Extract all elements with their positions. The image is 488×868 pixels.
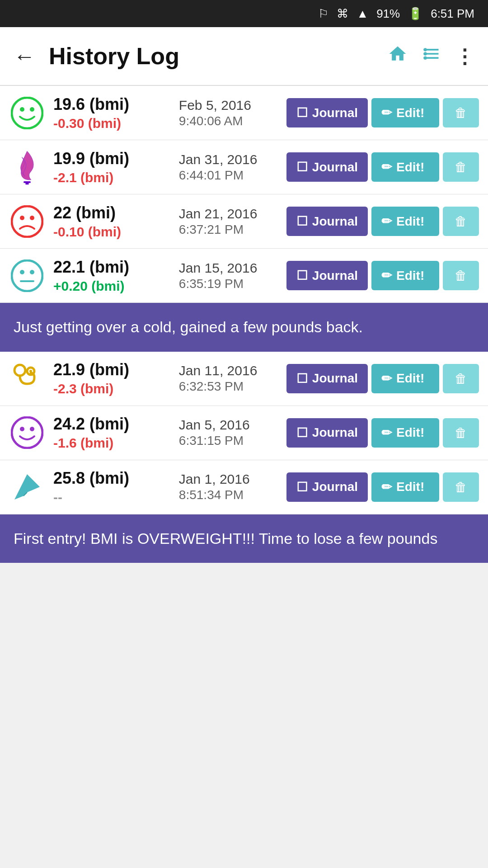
svg-point-2 bbox=[424, 57, 427, 60]
bmi-change: -2.3 (bmi) bbox=[53, 381, 171, 396]
page-title: History Log bbox=[49, 42, 374, 70]
entry-actions: ☐ Journal ✏ Edit! 🗑 bbox=[286, 152, 479, 182]
entry-icon-smiley-green bbox=[9, 95, 45, 131]
entry-data: 22.1 (bmi) +0.20 (bmi) bbox=[53, 258, 171, 294]
entry-actions: ☐ Journal ✏ Edit! 🗑 bbox=[286, 472, 479, 502]
entry-data: 25.8 (bmi) -- bbox=[53, 469, 171, 505]
delete-button[interactable]: 🗑 bbox=[443, 364, 479, 393]
edit-icon: ✏ bbox=[381, 160, 392, 175]
list-icon[interactable] bbox=[421, 44, 441, 68]
entry-date: Jan 5, 2016 bbox=[179, 417, 250, 433]
table-row: 22 (bmi) -0.10 (bmi) Jan 21, 2016 6:37:2… bbox=[0, 194, 488, 249]
edit-button[interactable]: ✏ Edit! bbox=[371, 418, 439, 448]
entry-data: 24.2 (bmi) -1.6 (bmi) bbox=[53, 415, 171, 451]
status-bar: ⚐ ⌘ ▲ 91% 🔋 6:51 PM bbox=[0, 0, 488, 27]
bmi-value: 25.8 (bmi) bbox=[53, 469, 171, 488]
bmi-change: -1.6 (bmi) bbox=[53, 435, 171, 451]
home-icon[interactable] bbox=[388, 44, 408, 68]
table-row: 24.2 (bmi) -1.6 (bmi) Jan 5, 2016 6:31:1… bbox=[0, 406, 488, 460]
journal-button[interactable]: ☐ Journal bbox=[286, 98, 368, 127]
entry-data: 21.9 (bmi) -2.3 (bmi) bbox=[53, 360, 171, 396]
svg-point-0 bbox=[424, 48, 427, 51]
delete-button[interactable]: 🗑 bbox=[443, 152, 479, 182]
bmi-change: +0.20 (bmi) bbox=[53, 278, 171, 294]
bluetooth-icon: ⚐ bbox=[318, 7, 328, 21]
entry-datetime: Jan 15, 2016 6:35:19 PM bbox=[179, 260, 278, 291]
svg-point-21 bbox=[30, 427, 34, 431]
journal-button[interactable]: ☐ Journal bbox=[286, 261, 368, 290]
delete-icon: 🗑 bbox=[455, 425, 467, 440]
svg-point-12 bbox=[12, 260, 42, 291]
time-text: 6:51 PM bbox=[431, 7, 474, 21]
table-row: 22.1 (bmi) +0.20 (bmi) Jan 15, 2016 6:35… bbox=[0, 249, 488, 303]
entry-icon-flame bbox=[9, 149, 45, 185]
delete-button[interactable]: 🗑 bbox=[443, 207, 479, 236]
entry-data: 19.6 (bmi) -0.30 (bmi) bbox=[53, 95, 171, 131]
entry-time: 9:40:06 AM bbox=[179, 114, 243, 128]
svg-point-4 bbox=[20, 107, 24, 112]
delete-icon: 🗑 bbox=[455, 214, 467, 229]
edit-button[interactable]: ✏ Edit! bbox=[371, 472, 439, 502]
entry-date: Jan 31, 2016 bbox=[179, 152, 257, 167]
back-button[interactable]: ← bbox=[14, 44, 35, 69]
journal-icon: ☐ bbox=[296, 214, 308, 229]
edit-button[interactable]: ✏ Edit! bbox=[371, 364, 439, 393]
journal-note-text: Just getting over a cold, gained a few p… bbox=[14, 318, 363, 335]
entry-datetime: Jan 21, 2016 6:37:21 PM bbox=[179, 206, 278, 237]
battery-icon: 🔋 bbox=[408, 7, 422, 21]
svg-point-19 bbox=[12, 417, 42, 448]
edit-button[interactable]: ✏ Edit! bbox=[371, 207, 439, 236]
journal-button[interactable]: ☐ Journal bbox=[286, 472, 368, 502]
app-bar: ← History Log ⋮ bbox=[0, 27, 488, 86]
journal-button[interactable]: ☐ Journal bbox=[286, 364, 368, 393]
bottom-space bbox=[0, 563, 488, 698]
svg-point-1 bbox=[424, 52, 427, 55]
entry-date: Feb 5, 2016 bbox=[179, 98, 251, 113]
entry-time: 6:32:53 PM bbox=[179, 379, 244, 394]
edit-icon: ✏ bbox=[381, 371, 392, 386]
entry-icon-plane bbox=[9, 469, 45, 505]
entry-icon-sad-red bbox=[9, 203, 45, 240]
edit-icon: ✏ bbox=[381, 105, 392, 120]
table-row: 21.9 (bmi) -2.3 (bmi) Jan 11, 2016 6:32:… bbox=[0, 352, 488, 406]
entry-datetime: Jan 5, 2016 6:31:15 PM bbox=[179, 417, 278, 448]
more-options-icon[interactable]: ⋮ bbox=[455, 45, 474, 68]
wifi-icon: ⌘ bbox=[337, 7, 348, 21]
entry-datetime: Jan 11, 2016 6:32:53 PM bbox=[179, 363, 278, 394]
svg-point-16 bbox=[14, 365, 25, 376]
app-bar-actions: ⋮ bbox=[388, 44, 474, 68]
entry-time: 8:51:34 PM bbox=[179, 488, 244, 502]
journal-button[interactable]: ☐ Journal bbox=[286, 207, 368, 236]
journal-button[interactable]: ☐ Journal bbox=[286, 418, 368, 448]
delete-button[interactable]: 🗑 bbox=[443, 472, 479, 502]
delete-button[interactable]: 🗑 bbox=[443, 261, 479, 290]
svg-point-18 bbox=[29, 370, 32, 373]
entry-data: 22 (bmi) -0.10 (bmi) bbox=[53, 203, 171, 240]
bmi-change: -0.30 (bmi) bbox=[53, 116, 171, 131]
bmi-change: -0.10 (bmi) bbox=[53, 224, 171, 240]
bmi-value: 22.1 (bmi) bbox=[53, 258, 171, 277]
edit-button[interactable]: ✏ Edit! bbox=[371, 98, 439, 127]
svg-point-11 bbox=[30, 216, 34, 220]
journal-note-2: First entry! BMI is OVERWEIGHT!!! Time t… bbox=[0, 514, 488, 563]
bmi-value: 19.9 (bmi) bbox=[53, 149, 171, 168]
svg-point-3 bbox=[12, 98, 42, 128]
entry-datetime: Jan 1, 2016 8:51:34 PM bbox=[179, 472, 278, 502]
history-list: 19.6 (bmi) -0.30 (bmi) Feb 5, 2016 9:40:… bbox=[0, 86, 488, 563]
journal-note-1: Just getting over a cold, gained a few p… bbox=[0, 303, 488, 352]
svg-point-14 bbox=[30, 270, 34, 274]
edit-button[interactable]: ✏ Edit! bbox=[371, 261, 439, 290]
table-row: 19.6 (bmi) -0.30 (bmi) Feb 5, 2016 9:40:… bbox=[0, 86, 488, 140]
battery-text: 91% bbox=[376, 7, 400, 21]
delete-button[interactable]: 🗑 bbox=[443, 98, 479, 127]
delete-button[interactable]: 🗑 bbox=[443, 418, 479, 448]
journal-button[interactable]: ☐ Journal bbox=[286, 152, 368, 182]
entry-actions: ☐ Journal ✏ Edit! 🗑 bbox=[286, 418, 479, 448]
entry-datetime: Jan 31, 2016 6:44:01 PM bbox=[179, 152, 278, 183]
journal-icon: ☐ bbox=[296, 268, 308, 283]
svg-point-10 bbox=[20, 216, 24, 220]
bmi-value: 22 (bmi) bbox=[53, 203, 171, 222]
delete-icon: 🗑 bbox=[455, 371, 467, 386]
svg-point-13 bbox=[20, 270, 24, 274]
edit-button[interactable]: ✏ Edit! bbox=[371, 152, 439, 182]
